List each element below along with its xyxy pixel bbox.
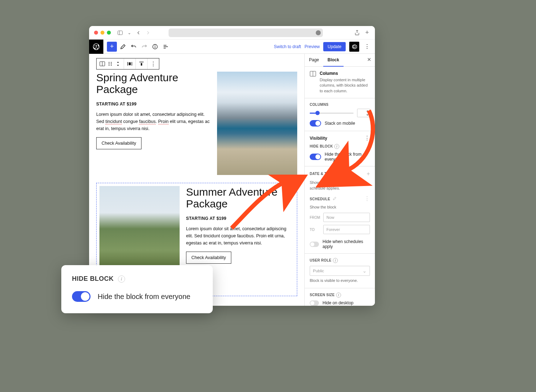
columns-panel: COLUMNS Stack on mobile xyxy=(305,98,375,131)
switch-draft-link[interactable]: Switch to draft xyxy=(274,44,301,49)
user-role-select[interactable]: Public xyxy=(310,266,370,276)
hide-block-toggle[interactable] xyxy=(310,154,321,160)
hide-block-toggle-label: Hide the block from everyone xyxy=(325,152,370,162)
user-role-label: USER ROLEi xyxy=(310,258,370,263)
info-icon[interactable]: i xyxy=(335,171,340,176)
close-sidebar-icon[interactable]: ✕ xyxy=(364,54,375,66)
svg-point-10 xyxy=(109,62,109,63)
info-icon[interactable] xyxy=(150,42,160,51)
info-icon[interactable]: i xyxy=(336,293,341,298)
editor-sidebar: Page Block ✕ Columns Display content in … xyxy=(304,54,375,306)
package-1-cta-button[interactable]: Check Availability xyxy=(96,137,141,149)
screen-size-label: SCREEN SIZEi xyxy=(310,293,370,298)
package-2-title: Summer Adventure Package xyxy=(186,186,294,210)
callout-toggle[interactable] xyxy=(72,291,91,302)
user-role-desc: Block is visible to everyone. xyxy=(310,278,370,283)
settings-gear-button[interactable] xyxy=(349,42,359,52)
info-icon[interactable]: i xyxy=(334,144,339,149)
svg-point-15 xyxy=(111,65,112,66)
svg-rect-0 xyxy=(118,31,123,35)
package-1-title: Spring Adventure Package xyxy=(96,72,211,95)
svg-point-3 xyxy=(155,45,155,46)
svg-rect-4 xyxy=(155,46,155,48)
redo-icon[interactable] xyxy=(140,42,149,51)
outline-icon[interactable] xyxy=(161,42,170,51)
undo-icon[interactable] xyxy=(129,42,138,51)
new-tab-icon[interactable]: + xyxy=(364,30,370,36)
visibility-panel: Visibility ⋮ HIDE BLOCKi Hide the block … xyxy=(305,131,375,166)
minimize-window-icon[interactable] xyxy=(100,31,104,35)
back-icon[interactable] xyxy=(135,30,142,36)
wordpress-logo-icon[interactable] xyxy=(89,40,103,54)
move-up-down-icon[interactable] xyxy=(115,61,121,67)
hide-desktop-toggle[interactable] xyxy=(310,300,319,306)
maximize-window-icon[interactable] xyxy=(107,31,111,35)
hide-schedules-toggle[interactable] xyxy=(310,242,319,247)
package-1-text: Spring Adventure Package STARTING AT $19… xyxy=(96,72,211,175)
stack-mobile-toggle[interactable] xyxy=(310,120,321,127)
to-label: TO xyxy=(310,228,320,232)
callout-title: HIDE BLOCK i xyxy=(72,275,202,283)
traffic-lights xyxy=(94,31,111,35)
visibility-title: Visibility xyxy=(310,136,327,141)
block-name: Columns xyxy=(320,71,370,76)
schedule-label: SCHEDULE xyxy=(310,197,336,201)
align-icon[interactable] xyxy=(127,61,133,67)
date-time-desc: Show the block if at least one schedule … xyxy=(310,180,370,191)
info-icon[interactable]: i xyxy=(333,258,338,263)
svg-point-14 xyxy=(109,65,109,66)
svg-rect-16 xyxy=(129,62,131,65)
block-description: Display content in multiple columns, wit… xyxy=(320,77,370,94)
svg-point-11 xyxy=(111,62,112,63)
browser-chrome: ⌄ + xyxy=(89,26,375,40)
date-time-panel: DATE & TIMEi + Show the block if at leas… xyxy=(305,166,375,254)
schedule-more-icon[interactable]: ⋮ xyxy=(364,196,370,202)
chevron-down-icon[interactable]: ⌄ xyxy=(126,30,133,36)
url-bar[interactable] xyxy=(169,29,323,37)
from-label: FROM xyxy=(310,216,320,220)
tab-block[interactable]: Block xyxy=(323,54,344,67)
hide-block-label: HIDE BLOCKi xyxy=(310,144,370,149)
visibility-more-icon[interactable]: ⋮ xyxy=(364,135,370,141)
hidden-eye-icon xyxy=(288,185,295,193)
package-2-starting-at: STARTING AT $199 xyxy=(186,216,294,221)
edit-mode-icon[interactable] xyxy=(118,42,128,51)
package-1-starting-at: STARTING AT $199 xyxy=(96,102,211,107)
update-button[interactable]: Update xyxy=(323,42,346,51)
date-time-label: DATE & TIMEi xyxy=(310,171,340,176)
columns-block-icon[interactable] xyxy=(99,61,105,67)
columns-label: COLUMNS xyxy=(310,103,370,107)
info-icon[interactable]: i xyxy=(118,275,125,283)
hide-desktop-label: Hide on desktop xyxy=(323,300,354,305)
block-more-icon[interactable]: ⋮ xyxy=(150,61,156,67)
schedule-desc: Show the block xyxy=(310,205,370,210)
share-icon[interactable] xyxy=(354,30,360,36)
svg-point-12 xyxy=(109,63,109,64)
from-input[interactable]: Now xyxy=(323,213,370,222)
callout-text: Hide the block from everyone xyxy=(98,293,190,301)
package-row-1: Spring Adventure Package STARTING AT $19… xyxy=(96,72,297,175)
close-window-icon[interactable] xyxy=(94,31,98,35)
package-2-body: Lorem ipsum dolor sit amet, consectetur … xyxy=(186,225,294,247)
edit-schedule-icon[interactable] xyxy=(333,197,336,201)
user-role-panel: USER ROLEi Public Block is visible to ev… xyxy=(305,254,375,288)
columns-icon xyxy=(310,71,316,78)
sidebar-toggle-icon[interactable] xyxy=(117,30,124,36)
preview-link[interactable]: Preview xyxy=(305,44,320,49)
columns-number-input[interactable] xyxy=(357,109,370,117)
vertical-align-icon[interactable] xyxy=(139,61,144,67)
columns-slider[interactable] xyxy=(310,113,354,114)
svg-point-13 xyxy=(111,63,112,64)
sidebar-tabs: Page Block ✕ xyxy=(305,54,375,67)
more-options-icon[interactable]: ⋮ xyxy=(363,43,371,50)
add-schedule-icon[interactable]: + xyxy=(367,171,370,177)
package-2-cta-button[interactable]: Check Availability xyxy=(186,252,231,264)
package-1-body: Lorem ipsum dolor sit amet, consectetur … xyxy=(96,111,211,132)
add-block-button[interactable]: + xyxy=(107,42,117,52)
to-input[interactable]: Forever xyxy=(323,225,370,234)
hide-schedules-label: Hide when schedules apply xyxy=(323,239,370,249)
browser-window: ⌄ + + xyxy=(89,26,375,306)
drag-handle-icon[interactable] xyxy=(107,61,113,67)
forward-icon[interactable] xyxy=(144,30,151,36)
tab-page[interactable]: Page xyxy=(305,54,323,66)
